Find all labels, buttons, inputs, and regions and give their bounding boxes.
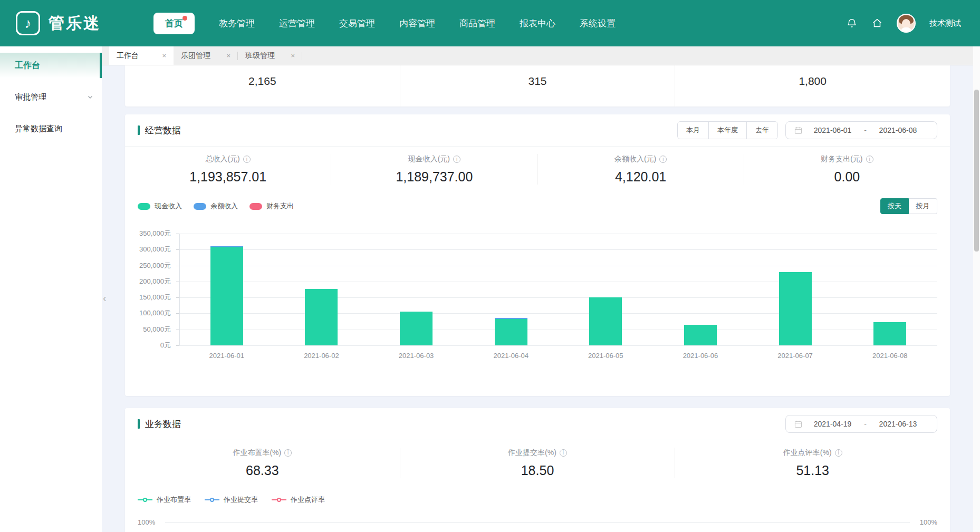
gridline	[179, 266, 937, 266]
nav-item-label: 报表中心	[520, 18, 555, 28]
nav-item-1[interactable]: 教务管理	[219, 13, 255, 34]
biz-date-start[interactable]: 2021-04-19	[802, 420, 863, 428]
title-accent-bar	[138, 125, 140, 135]
x-axis-label: 2021-06-01	[193, 352, 261, 360]
kpi-label: 财务支出(元)i	[821, 154, 873, 164]
brand-logo[interactable]: ♪	[16, 11, 40, 35]
gridline	[179, 249, 937, 250]
legend-item-2[interactable]: 财务支出	[249, 201, 294, 211]
bar-2021-06-01-现金收入[interactable]	[210, 247, 243, 345]
bell-icon[interactable]	[846, 17, 858, 29]
info-icon[interactable]: i	[284, 449, 292, 457]
tab-close-icon[interactable]: ×	[291, 52, 295, 60]
range-button-0[interactable]: 本月	[678, 122, 709, 139]
nav-item-6[interactable]: 报表中心	[520, 13, 555, 34]
tab-label: 工作台	[117, 51, 139, 61]
y-axis-label: 100,000元	[138, 308, 175, 318]
business-data-card: 业务数据 2021-04-19 - 2021-06-13 作业布置率(%)i68…	[125, 408, 950, 532]
info-icon[interactable]: i	[835, 449, 842, 457]
homework-line-chart: 100% 100%	[138, 513, 937, 532]
nav-item-label: 交易管理	[339, 18, 375, 28]
app-header: ♪ 管乐迷 首页教务管理运营管理交易管理内容管理商品管理报表中心系统设置 技术测…	[0, 0, 980, 46]
info-icon[interactable]: i	[866, 156, 873, 163]
ops-date-start[interactable]: 2021-06-01	[802, 126, 863, 134]
tab-0[interactable]: 工作台×	[109, 46, 174, 65]
granularity-toggle: 按天按月	[880, 198, 937, 214]
username[interactable]: 技术测试	[929, 18, 961, 28]
range-button-1[interactable]: 本年度	[709, 122, 747, 139]
x-axis-label: 2021-06-07	[761, 352, 830, 360]
line-legend-item-0[interactable]: 作业布置率	[138, 495, 191, 505]
legend-label: 作业布置率	[157, 495, 191, 505]
bar-2021-06-04-现金收入[interactable]	[495, 319, 527, 345]
granularity-0[interactable]: 按天	[880, 198, 909, 214]
sidebar-item-1[interactable]: 审批管理	[0, 84, 102, 110]
bar-2021-06-08-现金收入[interactable]	[873, 322, 906, 345]
line-marker-dot	[143, 498, 147, 502]
bar-2021-06-07-现金收入[interactable]	[779, 272, 812, 345]
kpi-value: 1,193,857.01	[125, 169, 331, 185]
legend-swatch	[194, 203, 206, 210]
legend-item-0[interactable]: 现金收入	[138, 201, 182, 211]
info-icon[interactable]: i	[453, 156, 460, 163]
header-right: 技术测试	[846, 14, 961, 33]
nav-item-3[interactable]: 交易管理	[339, 13, 375, 34]
legend-label: 余额收入	[210, 201, 238, 211]
line-legend-item-2[interactable]: 作业点评率	[272, 495, 325, 505]
ops-legend: 现金收入余额收入财务支出	[138, 201, 294, 211]
kpi-label-text: 作业提交率(%)	[508, 448, 556, 458]
summary-value-1: 315	[400, 65, 676, 107]
x-axis-label: 2021-06-08	[856, 352, 924, 360]
ops-date-range[interactable]: 2021-06-01 - 2021-06-08	[785, 121, 937, 139]
ops-kpi-row: 总收入(元)i1,193,857.01现金收入(元)i1,189,737.00余…	[125, 147, 950, 191]
bar-2021-06-05-现金收入[interactable]	[589, 297, 622, 345]
tab-close-icon[interactable]: ×	[162, 52, 166, 60]
sidebar-item-0[interactable]: 工作台	[0, 53, 102, 78]
sidebar-item-label: 审批管理	[15, 92, 46, 102]
home-icon[interactable]	[871, 17, 883, 29]
granularity-1[interactable]: 按月	[909, 198, 937, 214]
nav-item-label: 运营管理	[279, 18, 315, 28]
kpi-label: 总收入(元)i	[205, 154, 250, 164]
kpi-label-text: 余额收入(元)	[614, 154, 656, 164]
bar-2021-06-01-余额收入[interactable]	[210, 246, 243, 247]
line-marker-dot	[210, 498, 214, 502]
nav-item-4[interactable]: 内容管理	[399, 13, 435, 34]
info-icon[interactable]: i	[560, 449, 567, 457]
ops-date-end[interactable]: 2021-06-08	[868, 126, 928, 134]
biz-date-end[interactable]: 2021-06-13	[868, 420, 928, 428]
info-icon[interactable]: i	[659, 156, 667, 163]
line-legend-item-1[interactable]: 作业提交率	[205, 495, 258, 505]
tab-1[interactable]: 乐团管理×	[174, 46, 238, 65]
kpi-value: 0.00	[744, 169, 950, 185]
legend-swatch	[249, 203, 262, 210]
ops-section-title: 经营数据	[138, 124, 181, 137]
biz-card-head: 业务数据 2021-04-19 - 2021-06-13	[125, 408, 950, 440]
biz-date-range[interactable]: 2021-04-19 - 2021-06-13	[785, 415, 937, 433]
tab-2[interactable]: 班级管理×	[238, 46, 302, 65]
tab-label: 乐团管理	[181, 51, 210, 61]
bar-2021-06-02-现金收入[interactable]	[305, 289, 338, 345]
biz-kpi-2: 作业点评率(%)i51.13	[675, 448, 950, 478]
nav-item-5[interactable]: 商品管理	[459, 13, 495, 34]
sidebar-item-2[interactable]: 异常数据查询	[0, 116, 102, 141]
scrollbar-thumb[interactable]	[974, 90, 979, 252]
kpi-value: 4,120.01	[538, 169, 744, 185]
line-marker-dot	[277, 498, 281, 502]
legend-item-1[interactable]: 余额收入	[194, 201, 238, 211]
sidebar-collapse-handle[interactable]: ‹	[103, 289, 111, 307]
bar-2021-06-04-余额收入[interactable]	[495, 318, 527, 319]
nav-item-7[interactable]: 系统设置	[580, 13, 616, 34]
info-icon[interactable]: i	[243, 156, 251, 163]
nav-item-0[interactable]: 首页	[153, 13, 195, 34]
gridline	[179, 313, 937, 314]
range-button-2[interactable]: 去年	[747, 122, 777, 139]
avatar[interactable]	[897, 14, 916, 33]
calendar-icon	[794, 420, 802, 428]
bar-2021-06-06-现金收入[interactable]	[684, 325, 717, 345]
nav-item-label: 首页	[165, 18, 183, 28]
tab-close-icon[interactable]: ×	[226, 52, 230, 60]
biz-section-title: 业务数据	[138, 418, 181, 430]
nav-item-2[interactable]: 运营管理	[279, 13, 315, 34]
bar-2021-06-03-现金收入[interactable]	[400, 312, 433, 345]
